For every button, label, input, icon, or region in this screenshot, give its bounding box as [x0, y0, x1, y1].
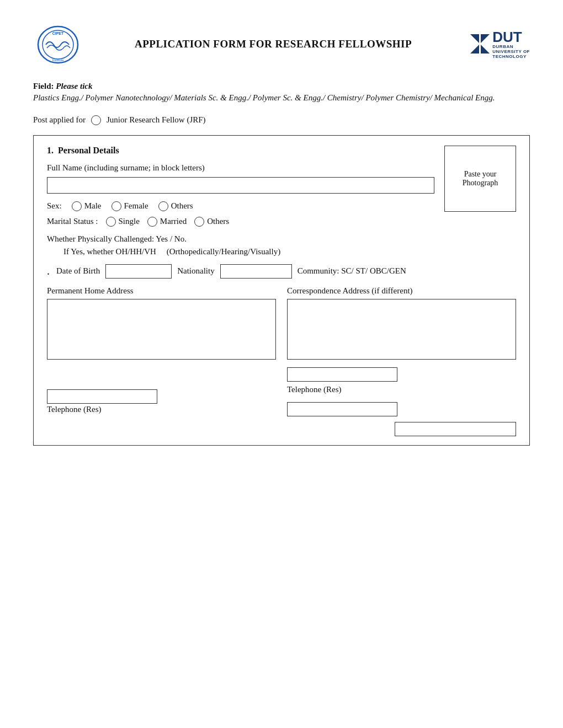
post-applied-radio[interactable]	[91, 115, 101, 125]
sex-male[interactable]: Male	[72, 201, 102, 211]
marital-married-radio[interactable]	[147, 217, 157, 227]
marital-single-label: Single	[119, 217, 140, 226]
extra-bottom-input[interactable]	[395, 422, 516, 436]
correspondence-address-input[interactable]	[287, 299, 516, 360]
field-section: Field: Please tick Plastics Engg./ Polym…	[33, 82, 530, 105]
field-instruction: Please tick	[56, 82, 92, 90]
sex-label: Sex:	[47, 201, 62, 211]
page-title: APPLICATION FORM FOR RESEARCH FELLOWSHIP	[83, 38, 464, 50]
form-top-row: 1. Personal Details Full Name (including…	[47, 146, 516, 286]
nationality-label: Nationality	[177, 266, 215, 276]
correspondence-address-col: Correspondence Address (if different)	[287, 286, 516, 360]
dut-acronym: DUT	[492, 29, 530, 45]
marital-others[interactable]: Others	[194, 217, 229, 227]
photo-box: Paste your Photograph	[444, 146, 516, 212]
page-header: CIPET Institute APPLICATION FORM FOR RES…	[33, 22, 530, 66]
marital-others-label: Others	[207, 217, 229, 226]
post-applied-row: Post applied for Junior Research Fellow …	[33, 115, 530, 125]
sex-others-radio[interactable]	[158, 201, 168, 211]
field-label: Field:	[33, 82, 54, 90]
telephone-res-label-2: Telephone (Res)	[287, 385, 342, 394]
dob-label: Date of Birth	[56, 266, 100, 276]
sex-others-label: Others	[171, 201, 193, 211]
physical-challenged-row: Whether Physically Challenged: Yes / No.	[47, 234, 434, 244]
marital-others-radio[interactable]	[194, 217, 204, 227]
dob-row: . Date of Birth Nationality Community: S…	[47, 264, 434, 279]
dut-logo: DUT DURBAN UNIVERSITY OF TECHNOLOGY	[464, 28, 530, 61]
sex-others[interactable]: Others	[158, 201, 193, 211]
svg-text:CIPET: CIPET	[52, 31, 64, 35]
correspondence-address-label: Correspondence Address (if different)	[287, 286, 516, 296]
dot-decoration: .	[47, 265, 50, 277]
address-row: Permanent Home Address Correspondence Ad…	[47, 286, 516, 360]
full-name-label: Full Name (including surname; in block l…	[47, 163, 434, 173]
sex-female[interactable]: Female	[111, 201, 148, 211]
dut-line3: TECHNOLOGY	[492, 55, 530, 60]
form-main-content: 1. Personal Details Full Name (including…	[47, 146, 434, 286]
cipet-logo: CIPET Institute	[33, 22, 83, 66]
post-applied-label: Post applied for	[33, 115, 86, 125]
telephone-extra-input[interactable]	[287, 402, 397, 416]
permanent-address-col: Permanent Home Address	[47, 286, 276, 360]
field-options: Plastics Engg./ Polymer Nanotechnology/ …	[33, 91, 530, 105]
post-applied-option: Junior Research Fellow (JRF)	[107, 115, 206, 125]
nationality-input[interactable]	[220, 264, 292, 279]
section-title: 1. Personal Details	[47, 146, 434, 156]
full-name-input[interactable]	[47, 177, 434, 194]
sex-row: Sex: Male Female Others	[47, 201, 434, 211]
telephone-left-col: Telephone (Res)	[47, 389, 276, 416]
marital-row: Marital Status : Single Married Others	[47, 217, 434, 227]
telephone-right-col: Telephone (Res)	[287, 367, 516, 416]
sex-male-radio[interactable]	[72, 201, 82, 211]
sex-male-label: Male	[84, 201, 102, 211]
sex-female-label: Female	[124, 201, 148, 211]
sex-female-radio[interactable]	[111, 201, 121, 211]
marital-single-radio[interactable]	[106, 217, 116, 227]
photo-text: Paste your Photograph	[449, 170, 511, 188]
main-form-box: 1. Personal Details Full Name (including…	[33, 135, 530, 446]
svg-text:Institute: Institute	[52, 58, 64, 62]
marital-married-label: Married	[160, 217, 187, 226]
physical-challenged-sub: If Yes, whether OH/HH/VH (Orthopedically…	[47, 247, 434, 256]
dob-input[interactable]	[105, 264, 172, 279]
permanent-address-input[interactable]	[47, 299, 276, 360]
telephone-res-input-1[interactable]	[47, 389, 157, 404]
permanent-address-label: Permanent Home Address	[47, 286, 276, 296]
telephone-row: Telephone (Res) Telephone (Res)	[47, 367, 516, 416]
marital-single[interactable]: Single	[106, 217, 140, 227]
marital-label: Marital Status :	[47, 217, 98, 226]
community-label: Community: SC/ ST/ OBC/GEN	[298, 266, 406, 276]
telephone-res-label-1: Telephone (Res)	[47, 405, 276, 414]
marital-married[interactable]: Married	[147, 217, 187, 227]
telephone-res-input-2[interactable]	[287, 367, 397, 382]
